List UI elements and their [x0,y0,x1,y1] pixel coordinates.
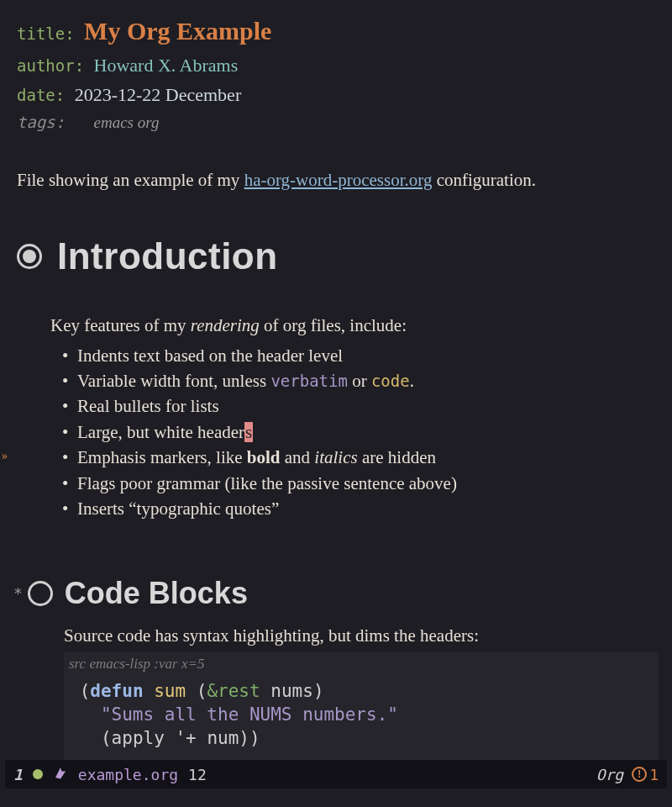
text-cursor: s [244,422,253,442]
meta-tags-line: tags: emacs org [17,110,659,135]
document-title: My Org Example [84,17,271,45]
warning-icon: ! [632,767,647,782]
intro-paragraph: File showing an example of my ha-org-wor… [17,167,659,194]
list-item: » Emphasis markers, like bold and italic… [62,445,659,470]
code-line: (defun sum (&rest nums) [69,679,654,703]
meta-key-date: date [17,86,55,104]
heading-code-blocks-row[interactable]: * Code Blocks [13,571,659,616]
modeline-warning-count: 1 [649,763,659,786]
list-item: Variable width font, unless verbatim or … [62,368,659,393]
list-item: Real bullets for lists [62,393,659,419]
minibuffer[interactable] [0,789,672,807]
src-block-header: src emacs-lisp :var x=5 [64,652,659,676]
editor-buffer[interactable]: title: My Org Example author: Howard X. … [0,0,672,775]
modeline-mode-icon [53,763,68,786]
features-list: Indents text based on the header level V… [62,343,659,522]
src-block[interactable]: (defun sum (&rest nums) "Sums all the NU… [64,676,659,752]
meta-title-line: title: My Org Example [17,12,659,50]
code-text: code [371,372,410,390]
introduction-body: Key features of my rendering of org file… [50,313,659,522]
config-link[interactable]: ha-org-word-processor.org [244,170,433,190]
meta-date-line: date: 2023-12-22 December [17,81,659,108]
heading-code-blocks: Code Blocks [65,571,248,616]
modeline-window-number: 1 [13,763,23,786]
meta-key-tags: tags: [17,113,65,131]
modeline-major-mode[interactable]: Org [596,763,624,786]
document-author: Howard X. Abrams [94,55,239,76]
heading-introduction-row[interactable]: Introduction [17,229,659,284]
code-lead: Source code has syntax highlighting, but… [64,623,659,650]
modeline[interactable]: 1 example.org 12 Org !1 [5,760,667,789]
heading-introduction: Introduction [57,229,278,284]
document-tags: emacs org [94,113,160,131]
list-item: Large, but white headers [62,419,659,445]
heading-star-icon: * [13,582,23,604]
document-date: 2023-12-22 December [75,84,242,105]
code-line: (apply '+ num)) [69,726,654,750]
code-blocks-body: Source code has syntax highlighting, but… [64,623,659,776]
features-lead: Key features of my rendering of org file… [50,313,659,340]
meta-key-author: author [17,56,75,75]
heading-bullet-icon [17,244,42,269]
modeline-line-number: 12 [188,763,207,786]
list-item: Flags poor grammar (like the passive sen… [62,471,659,496]
modeline-filename[interactable]: example.org [78,763,178,786]
list-item: Indents text based on the header level [62,343,659,368]
modeline-modified-icon [33,769,43,779]
heading-bullet-open-icon [28,581,53,606]
meta-key-title: title [17,24,65,43]
modeline-warning[interactable]: !1 [632,763,659,786]
verbatim-text: verbatim [270,372,348,390]
meta-author-line: author: Howard X. Abrams [17,51,659,79]
code-line: "Sums all the NUMS numbers." [69,703,654,726]
list-item: Inserts “typographic quotes” [62,496,659,521]
fringe-arrow-icon: » [2,448,8,465]
